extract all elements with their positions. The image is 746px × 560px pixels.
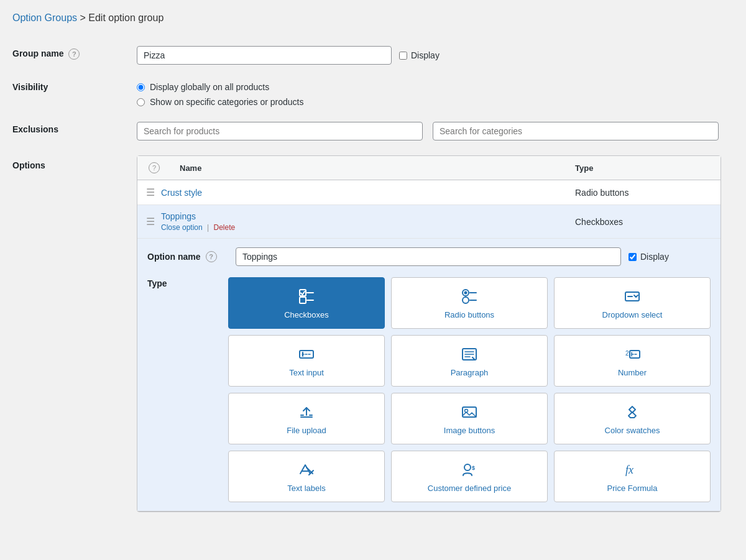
delete-option-link[interactable]: Delete bbox=[214, 223, 236, 232]
radio-icon bbox=[461, 288, 478, 305]
type-label-number: Number bbox=[618, 368, 647, 377]
exclusions-label: Exclusions bbox=[12, 114, 137, 148]
option-display-check-label[interactable]: Display bbox=[629, 252, 669, 262]
form-table: Group name ? Display Visibility bbox=[12, 39, 734, 520]
checkboxes-icon bbox=[298, 288, 315, 305]
type-btn-checkboxes[interactable]: Checkboxes bbox=[228, 277, 385, 329]
type-selection-row: Type bbox=[147, 275, 711, 502]
inline-edit-section: Option name ? Display Type bbox=[137, 239, 721, 512]
visibility-global-radio[interactable] bbox=[137, 83, 145, 91]
exclusions-row bbox=[137, 122, 734, 140]
option-type-toppings: Checkboxes bbox=[575, 217, 712, 227]
group-name-help-icon[interactable]: ? bbox=[68, 48, 80, 60]
option-name-col-crust: Crust style bbox=[161, 188, 575, 198]
type-btn-color-swatches[interactable]: Color swatches bbox=[554, 393, 711, 444]
color-swatches-icon bbox=[624, 403, 641, 421]
type-label: Type bbox=[147, 275, 228, 502]
visibility-global-label: Display globally on all products bbox=[150, 82, 269, 92]
type-label-text-input: Text input bbox=[289, 368, 324, 377]
visibility-label: Visibility bbox=[12, 72, 137, 114]
type-btn-text-input[interactable]: Text input bbox=[228, 335, 385, 387]
visibility-global-option[interactable]: Display globally on all products bbox=[137, 82, 734, 92]
type-btn-dropdown[interactable]: Dropdown select bbox=[554, 277, 711, 329]
option-row-toppings[interactable]: ☰ Toppings Close option | Delete Checkbo… bbox=[137, 205, 721, 239]
drag-handle-toppings-icon: ☰ bbox=[146, 216, 155, 227]
type-label-paragraph: Paragraph bbox=[451, 368, 489, 377]
svg-rect-1 bbox=[300, 297, 306, 303]
type-btn-price-formula[interactable]: fx Price Formula bbox=[554, 451, 711, 502]
breadcrumb: Option Groups > Edit option group bbox=[12, 12, 734, 24]
option-name-field[interactable] bbox=[236, 247, 621, 266]
options-table-header: ? Name Type bbox=[137, 156, 721, 180]
type-grid-container: Checkboxes bbox=[228, 275, 711, 502]
group-name-input[interactable] bbox=[137, 46, 392, 65]
type-btn-file-upload[interactable]: File upload bbox=[228, 393, 385, 444]
number-icon: 2 bbox=[624, 346, 641, 363]
visibility-specific-label: Show on specific categories or products bbox=[150, 97, 303, 107]
close-option-link[interactable]: Close option bbox=[161, 223, 203, 232]
visibility-specific-radio[interactable] bbox=[137, 98, 145, 106]
drag-handle-icon: ☰ bbox=[146, 186, 155, 198]
options-help-icon-col: ? bbox=[146, 162, 162, 173]
svg-point-5 bbox=[464, 291, 467, 295]
type-label-checkboxes: Checkboxes bbox=[284, 310, 329, 319]
price-formula-icon: fx bbox=[624, 461, 641, 479]
svg-text:$: $ bbox=[472, 465, 475, 471]
file-upload-icon bbox=[298, 403, 315, 421]
svg-text:fx: fx bbox=[625, 464, 633, 476]
type-label-price-formula: Price Formula bbox=[607, 484, 658, 493]
text-labels-icon bbox=[298, 461, 315, 479]
option-name-help-icon[interactable]: ? bbox=[206, 251, 217, 262]
type-btn-paragraph[interactable]: Paragraph bbox=[391, 335, 548, 387]
options-label: Options bbox=[12, 148, 137, 520]
customer-price-icon: $ bbox=[461, 461, 478, 479]
search-categories-input[interactable] bbox=[433, 122, 719, 140]
option-name-col-toppings: Toppings Close option | Delete bbox=[161, 211, 575, 232]
type-label-customer-price: Customer defined price bbox=[428, 484, 511, 493]
options-col-name-header: Name bbox=[162, 163, 575, 173]
option-actions-toppings: Close option | Delete bbox=[161, 223, 575, 232]
option-type-crust: Radio buttons bbox=[575, 188, 712, 198]
visibility-radio-group: Display globally on all products Show on… bbox=[137, 80, 734, 107]
type-label-file-upload: File upload bbox=[287, 426, 326, 435]
type-btn-number[interactable]: 2 Number bbox=[554, 335, 711, 387]
text-input-icon bbox=[298, 346, 315, 363]
type-btn-radio[interactable]: Radio buttons bbox=[391, 277, 548, 329]
options-help-icon[interactable]: ? bbox=[149, 162, 160, 173]
image-buttons-icon bbox=[461, 403, 478, 421]
svg-point-27 bbox=[464, 464, 471, 470]
type-label-dropdown: Dropdown select bbox=[602, 310, 663, 319]
visibility-specific-option[interactable]: Show on specific categories or products bbox=[137, 97, 734, 107]
option-row-crust-style[interactable]: ☰ Crust style Radio buttons bbox=[137, 180, 721, 205]
search-products-input[interactable] bbox=[137, 122, 423, 140]
display-checkbox[interactable] bbox=[399, 52, 407, 60]
display-label: Display bbox=[411, 50, 440, 60]
group-name-label: Group name ? bbox=[12, 39, 137, 72]
display-check-label[interactable]: Display bbox=[399, 50, 440, 60]
option-name-inline-label: Option name ? bbox=[147, 251, 228, 262]
type-btn-text-labels[interactable]: Text labels bbox=[228, 451, 385, 502]
group-name-row: Display bbox=[137, 46, 734, 65]
options-col-type-header: Type bbox=[575, 163, 712, 173]
option-display-label: Display bbox=[640, 252, 669, 262]
type-label-radio: Radio buttons bbox=[444, 310, 494, 319]
type-label-text-labels: Text labels bbox=[287, 484, 325, 493]
type-btn-customer-price[interactable]: $ Customer defined price bbox=[391, 451, 548, 502]
dropdown-icon bbox=[624, 288, 641, 305]
type-btn-image-buttons[interactable]: Image buttons bbox=[391, 393, 548, 444]
option-name-link-crust[interactable]: Crust style bbox=[161, 188, 202, 198]
type-label-color-swatches: Color swatches bbox=[605, 426, 660, 435]
options-table: ? Name Type ☰ Crust style Radio buttons bbox=[137, 155, 721, 512]
inline-edit-name-row: Option name ? Display bbox=[147, 247, 711, 266]
paragraph-icon bbox=[461, 346, 478, 363]
type-grid: Checkboxes bbox=[228, 277, 711, 502]
option-name-link-toppings[interactable]: Toppings bbox=[161, 211, 196, 221]
option-display-checkbox[interactable] bbox=[629, 253, 637, 261]
action-separator: | bbox=[207, 223, 209, 232]
svg-text:2: 2 bbox=[625, 350, 629, 357]
option-groups-link[interactable]: Option Groups bbox=[12, 12, 77, 23]
svg-point-6 bbox=[463, 297, 469, 303]
type-label-image-buttons: Image buttons bbox=[444, 426, 495, 435]
